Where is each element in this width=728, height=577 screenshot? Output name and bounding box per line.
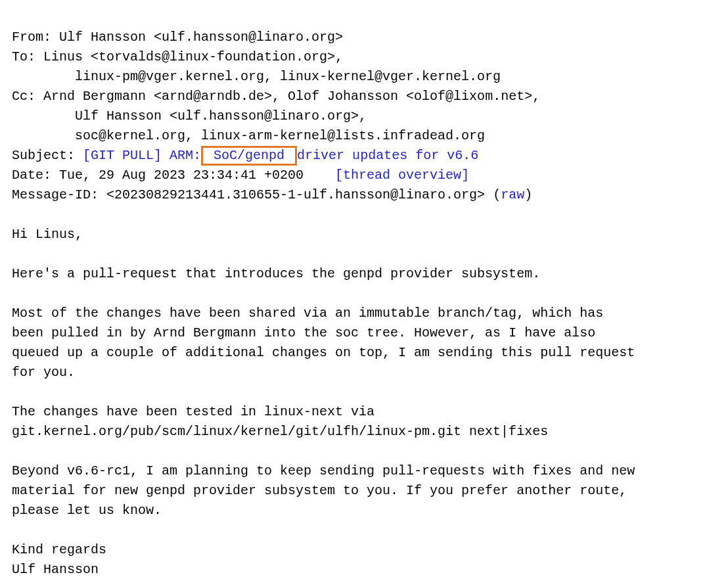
date-gap: [304, 168, 335, 183]
subject-highlight: SoC/genpd: [201, 146, 297, 166]
to-line1: Linus <torvalds@linux-foundation.org>,: [43, 49, 343, 64]
message-id-label: Message-ID:: [12, 187, 106, 202]
subject-post: driver updates for v6.6: [297, 148, 478, 163]
from-label: From:: [12, 30, 59, 45]
message-id-value: <20230829213441.310655-1-ulf.hansson@lin…: [106, 187, 501, 202]
cc-line2: Ulf Hansson <ulf.hansson@linaro.org>,: [12, 108, 367, 124]
subject-link[interactable]: [GIT PULL] ARM: SoC/genpd driver updates…: [83, 148, 478, 163]
message-body: Hi Linus, Here's a pull-request that int…: [12, 227, 635, 577]
date-value: Tue, 29 Aug 2023 23:34:41 +0200: [59, 168, 304, 183]
message-id-close: ): [524, 187, 532, 202]
date-label: Date:: [12, 168, 59, 183]
cc-label: Cc:: [12, 89, 43, 104]
to-line2: linux-pm@vger.kernel.org, linux-kernel@v…: [12, 69, 501, 84]
subject-label: Subject:: [12, 148, 83, 163]
thread-overview-link[interactable]: [thread overview]: [335, 168, 469, 183]
cc-line1: Arnd Bergmann <arnd@arndb.de>, Olof Joha…: [43, 89, 540, 104]
raw-link[interactable]: raw: [501, 187, 524, 202]
to-label: To:: [12, 49, 43, 64]
subject-pre: [GIT PULL] ARM:: [83, 148, 201, 163]
cc-line3: soc@kernel.org, linux-arm-kernel@lists.i…: [12, 128, 485, 143]
from-value: Ulf Hansson <ulf.hansson@linaro.org>: [59, 30, 343, 45]
